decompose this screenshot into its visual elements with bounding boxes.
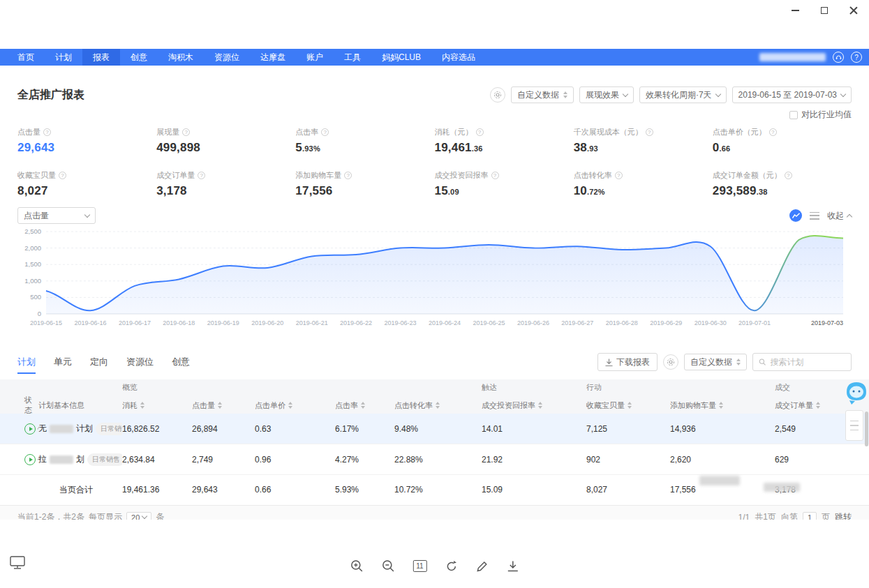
nav-item-plan[interactable]: 计划 (45, 49, 82, 66)
col-favorites[interactable]: 收藏宝贝量 (586, 400, 670, 411)
svg-text:500: 500 (30, 293, 41, 301)
table-view-icon[interactable] (810, 212, 819, 220)
window-maximize-button[interactable] (817, 3, 831, 17)
metric-value: 3,178 (156, 184, 295, 198)
goto-suffix: 页 (822, 511, 830, 520)
col-clicks[interactable]: 点击量 (192, 400, 255, 411)
nav-item-mamaclub[interactable]: 妈妈CLUB (371, 49, 431, 66)
page-size-select[interactable]: 20 (126, 512, 151, 520)
metric-label: 收藏宝贝量 (17, 170, 56, 181)
info-icon[interactable]: ? (646, 128, 653, 136)
nav-item-home[interactable]: 首页 (7, 49, 45, 66)
col-roi[interactable]: 成交投资回报率 (482, 400, 586, 411)
metric-label: 添加购物车量 (295, 170, 341, 181)
download-report-button[interactable]: 下载报表 (597, 353, 658, 371)
col-cpc[interactable]: 点击单价 (255, 400, 335, 411)
info-icon[interactable]: ? (59, 172, 66, 179)
refresh-icon[interactable] (445, 560, 458, 573)
col-cvr[interactable]: 点击转化率 (394, 400, 482, 411)
line-chart-icon[interactable] (789, 209, 802, 222)
info-icon[interactable]: ? (344, 172, 352, 179)
col-ctr[interactable]: 点击率 (335, 400, 394, 411)
plan-name[interactable]: 无计划 日常销售 (38, 423, 122, 435)
tab-plan[interactable]: 计划 (17, 353, 36, 374)
top-navbar: 首页 计划 报表 创意 淘积木 资源位 达摩盘 账户 工具 妈妈CLUB 内容选… (0, 49, 869, 66)
plan-status-running-icon[interactable] (24, 423, 36, 435)
plan-type-badge: 日常销售 (87, 453, 122, 466)
tab-creative[interactable]: 创意 (172, 353, 190, 372)
edit-pen-icon[interactable] (476, 560, 489, 573)
nav-item-damopan[interactable]: 达摩盘 (250, 49, 296, 66)
sort-arrows-icon (140, 402, 144, 409)
custom-data-button[interactable]: 自定义数据 (511, 86, 574, 103)
group-overview: 概览 (122, 382, 482, 393)
metric-value: 38.93 (574, 141, 713, 155)
metric-card-cost: 消耗（元）? 19,461.36 (435, 127, 574, 155)
svg-text:2019-06-21: 2019-06-21 (296, 319, 328, 326)
metric-settings-button[interactable] (490, 87, 505, 103)
date-range-label: 2019-06-15 至 2019-07-03 (738, 89, 837, 101)
tab-unit[interactable]: 单元 (54, 353, 72, 372)
info-icon[interactable]: ? (43, 128, 51, 136)
sort-arrows-icon (563, 91, 567, 98)
sort-arrows-icon (627, 402, 632, 409)
nav-item-creative[interactable]: 创意 (120, 49, 158, 66)
plan-search-input[interactable] (770, 357, 845, 367)
goto-button[interactable]: 跳转 (835, 511, 852, 520)
nav-item-taojimu[interactable]: 淘积木 (158, 49, 204, 66)
conversion-cycle-select[interactable]: 效果转化周期·7天 (639, 86, 727, 103)
plan-name[interactable]: 拉划 日常销售 (38, 453, 122, 466)
monitor-icon[interactable] (10, 556, 25, 573)
chart-area: 05001,0001,5002,0002,5002019-06-152019-0… (14, 226, 852, 331)
nav-item-account[interactable]: 账户 (296, 49, 334, 66)
tab-resource[interactable]: 资源位 (126, 353, 154, 372)
zoom-in-icon[interactable] (350, 559, 363, 573)
info-icon[interactable]: ? (476, 128, 484, 136)
table-row[interactable]: 拉划 日常销售 2,634.84 2,749 0.96 4.27% 22.88%… (0, 444, 869, 475)
table-custom-data-button[interactable]: 自定义数据 (684, 354, 747, 370)
svg-text:2019-06-30: 2019-06-30 (695, 319, 727, 326)
window-minimize-button[interactable] (788, 3, 802, 17)
compare-industry-checkbox[interactable]: 对比行业均值 (789, 109, 852, 121)
plan-name-text: 计划 (76, 423, 93, 435)
info-icon[interactable]: ? (785, 172, 792, 179)
nav-item-resource[interactable]: 资源位 (204, 49, 250, 66)
nav-item-report[interactable]: 报表 (82, 49, 120, 66)
save-download-icon[interactable] (507, 560, 519, 573)
info-icon[interactable]: ? (491, 172, 499, 179)
column-settings-button[interactable] (663, 354, 678, 370)
tab-targeting[interactable]: 定向 (90, 353, 108, 372)
col-status: 状态 (17, 395, 38, 416)
collapse-label: 收起 (827, 210, 844, 222)
help-icon[interactable]: ? (851, 52, 862, 63)
window-close-button[interactable] (847, 3, 861, 17)
info-icon[interactable]: ? (182, 128, 190, 136)
nav-item-content-select[interactable]: 内容选品 (431, 49, 486, 66)
display-effect-select[interactable]: 展现效果 (579, 86, 634, 103)
info-icon[interactable]: ? (321, 128, 329, 136)
info-icon[interactable]: ? (198, 172, 205, 179)
chart-metric-select[interactable]: 点击量 (17, 207, 96, 224)
metric-card-clicks: 点击量? 29,643 (17, 127, 156, 155)
info-icon[interactable]: ? (615, 172, 623, 179)
info-icon[interactable]: ? (769, 128, 777, 136)
sort-arrows-icon (719, 402, 723, 409)
collapse-toggle[interactable]: 收起 (827, 210, 852, 222)
scrollbar-thumb[interactable] (865, 412, 868, 446)
col-carts[interactable]: 添加购物车量 (670, 400, 775, 411)
date-range-picker[interactable]: 2019-06-15 至 2019-07-03 (732, 86, 852, 103)
assistant-mascot[interactable] (845, 379, 868, 410)
col-cost[interactable]: 消耗 (122, 400, 192, 411)
cell-cvr: 10.72% (394, 485, 482, 495)
cell-cpc: 0.96 (255, 455, 335, 465)
nav-item-tools[interactable]: 工具 (334, 49, 371, 66)
goto-page-input[interactable]: 1 (803, 512, 817, 520)
svg-text:2,500: 2,500 (24, 227, 41, 235)
feedback-widget[interactable] (845, 410, 863, 441)
table-row[interactable]: 无计划 日常销售 16,826.52 26,894 0.63 6.17% 9.4… (0, 414, 869, 444)
service-icon[interactable] (833, 52, 844, 63)
zoom-out-icon[interactable] (381, 559, 394, 573)
svg-text:2019-06-23: 2019-06-23 (385, 319, 417, 326)
plan-status-running-icon[interactable] (24, 454, 36, 465)
viewer-page-indicator[interactable]: 11 (413, 560, 426, 572)
